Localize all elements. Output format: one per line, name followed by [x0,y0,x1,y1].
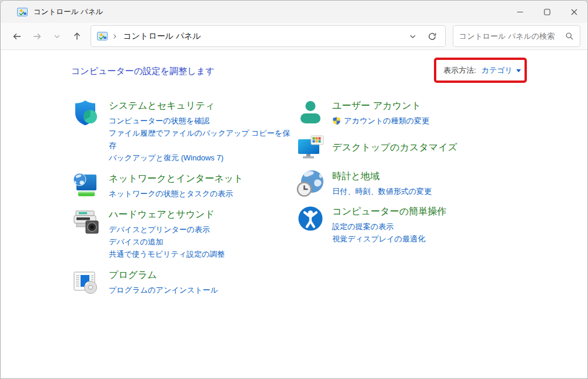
ease-of-access-icon[interactable] [296,204,325,233]
task-link-label: アカウントの種類の変更 [344,115,429,127]
navigation-toolbar: コントロール パネル [1,23,587,50]
category-user-accounts: ユーザー アカウント アカウントの種類の変更 [296,99,520,127]
address-dropdown-icon[interactable] [409,32,417,41]
category-programs: プログラム プログラムのアンインストール [71,268,295,296]
task-link[interactable]: バックアップと復元 (Windows 7) [109,152,295,164]
page-title: コンピューターの設定を調整します [71,66,215,77]
task-link[interactable]: 日付、時刻、数値形式の変更 [332,185,432,197]
task-link[interactable]: コンピューターの状態を確認 [109,115,295,127]
recent-locations-button[interactable] [48,27,66,46]
up-button[interactable] [68,27,86,46]
address-bar[interactable]: コントロール パネル [91,25,445,47]
clock-region-icon[interactable] [296,169,325,197]
category-network-internet: ネットワークとインターネット ネットワークの状態とタスクの表示 [71,172,295,200]
category-clock-region: 時計と地域 日付、時刻、数値形式の変更 [296,169,520,197]
dropdown-caret-icon [516,69,521,72]
system-security-icon[interactable] [71,99,99,127]
task-link[interactable]: デバイスの追加 [109,236,225,248]
back-button[interactable] [8,27,26,46]
user-accounts-icon[interactable] [296,99,325,127]
category-title[interactable]: 時計と地域 [332,170,432,183]
refresh-icon[interactable] [427,32,437,41]
chevron-down-icon [53,32,61,41]
minimize-button[interactable] [506,1,533,23]
category-column-right: ユーザー アカウント アカウントの種類の変更 [296,99,520,252]
search-input[interactable] [459,32,565,41]
view-by-label: 表示方法: [443,65,476,76]
category-title[interactable]: コンピューターの簡単操作 [332,205,446,218]
category-ease-of-access: コンピューターの簡単操作 設定の提案の表示 視覚ディスプレイの最適化 [296,204,520,245]
task-link[interactable]: ネットワークの状態とタスクの表示 [109,187,243,200]
task-link[interactable]: デバイスとプリンターの表示 [109,223,225,236]
forward-button[interactable] [28,27,46,46]
category-title[interactable]: デスクトップのカスタマイズ [332,141,457,154]
search-icon[interactable] [565,32,574,41]
category-title[interactable]: プログラム [109,269,218,281]
window-title: コントロール パネル [34,7,103,17]
minimize-icon [517,9,523,15]
category-title[interactable]: システムとセキュリティ [109,99,295,112]
close-icon [571,9,577,15]
task-link[interactable]: 設定の提案の表示 [332,220,446,233]
network-internet-icon[interactable] [71,172,99,200]
task-link[interactable]: 視覚ディスプレイの最適化 [332,233,446,245]
control-panel-icon [97,32,108,41]
category-title[interactable]: ネットワークとインターネット [109,172,243,185]
hardware-sound-icon[interactable] [71,207,99,236]
maximize-button[interactable] [533,1,560,23]
task-link[interactable]: プログラムのアンインストール [109,284,218,296]
uac-shield-icon [332,116,341,125]
programs-icon[interactable] [71,268,99,296]
category-system-security: システムとセキュリティ コンピューターの状態を確認 ファイル履歴でファイルのバッ… [71,99,295,164]
annotation-highlight: 表示方法: カテゴリ [434,58,527,83]
view-by-value[interactable]: カテゴリ [482,65,513,76]
category-title[interactable]: ユーザー アカウント [332,99,429,112]
control-panel-icon [17,8,28,16]
forward-arrow-icon [32,32,42,41]
category-column-left: システムとセキュリティ コンピューターの状態を確認 ファイル履歴でファイルのバッ… [71,99,295,304]
category-hardware-sound: ハードウェアとサウンド デバイスとプリンターの表示 デバイスの追加 共通で使うモ… [71,207,295,260]
task-link-uac[interactable]: アカウントの種類の変更 [332,115,429,127]
back-arrow-icon [12,32,22,41]
view-by-dropdown[interactable]: カテゴリ [482,65,521,76]
task-link[interactable]: 共通で使うモビリティ設定の調整 [109,248,225,260]
control-panel-window: コントロール パネル [0,0,588,379]
main-content: コンピューターの設定を調整します 表示方法: カテゴリ [1,50,587,378]
maximize-icon [544,9,550,15]
close-button[interactable] [560,1,587,23]
category-title[interactable]: ハードウェアとサウンド [109,208,225,221]
category-appearance: デスクトップのカスタマイズ [296,134,520,162]
up-arrow-icon [72,32,82,41]
desktop-customize-icon[interactable] [296,134,325,162]
breadcrumb[interactable]: コントロール パネル [123,31,201,42]
title-bar: コントロール パネル [1,1,587,23]
search-box[interactable] [453,25,580,47]
task-link[interactable]: ファイル履歴でファイルのバックアップ コピーを保存 [109,127,295,152]
breadcrumb-chevron-icon [111,33,118,40]
